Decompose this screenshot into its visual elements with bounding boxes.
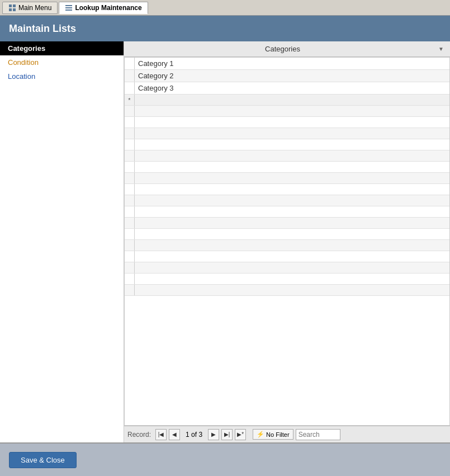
row-cell-2[interactable]: Category 2 xyxy=(135,70,449,82)
tab-bar: Main Menu Lookup Maintenance xyxy=(0,0,450,16)
svg-rect-5 xyxy=(65,7,72,8)
table-row-empty xyxy=(125,262,449,274)
row-indicator-empty xyxy=(125,150,135,161)
sidebar-item-condition[interactable]: Condition xyxy=(0,55,124,69)
table-row-empty xyxy=(125,218,449,229)
new-row-cell[interactable] xyxy=(135,98,449,102)
navigation-bar: Record: |◀ ◀ 1 of 3 ▶ ▶| ▶* ⚡ No Filter xyxy=(124,426,450,442)
of-label: of xyxy=(191,431,198,439)
current-record: 1 xyxy=(186,431,190,439)
nav-last-button[interactable]: ▶| xyxy=(221,429,233,440)
sidebar-item-location[interactable]: Location xyxy=(0,69,124,83)
bottom-bar: Save & Close xyxy=(0,442,450,476)
row-indicator-empty xyxy=(125,251,135,262)
row-indicator-empty xyxy=(125,195,135,206)
row-indicator-empty xyxy=(125,274,135,284)
table-row-empty xyxy=(125,206,449,218)
table-row-empty xyxy=(125,173,449,184)
row-cell-1[interactable]: Category 1 xyxy=(135,58,449,69)
row-indicator-empty xyxy=(125,139,135,150)
app-header: Maintain Lists xyxy=(0,16,450,41)
new-row-indicator: * xyxy=(125,95,135,105)
sidebar-item-categories[interactable]: Categories xyxy=(0,41,124,55)
table-row[interactable]: Category 1 xyxy=(125,58,449,70)
right-panel: Categories ▼ Category 1 Category 2 Categ… xyxy=(124,41,450,442)
row-indicator-empty xyxy=(125,218,135,228)
total-records: 3 xyxy=(198,431,202,439)
row-indicator-empty xyxy=(125,128,135,139)
svg-rect-4 xyxy=(65,5,72,6)
nav-prev-button[interactable]: ◀ xyxy=(169,429,180,440)
table-row-empty xyxy=(125,128,449,139)
filter-icon: ⚡ xyxy=(257,431,264,438)
nav-next-button[interactable]: ▶ xyxy=(208,429,219,440)
list-icon xyxy=(65,4,73,12)
table-row-empty xyxy=(125,106,449,117)
table-row-empty xyxy=(125,229,449,240)
grid-icon xyxy=(8,4,16,12)
save-close-button[interactable]: Save & Close xyxy=(9,452,77,468)
search-input[interactable] xyxy=(296,429,340,440)
svg-rect-6 xyxy=(65,10,72,11)
table-row-empty xyxy=(125,162,449,173)
row-indicator-1 xyxy=(125,58,135,69)
row-indicator-3 xyxy=(125,82,135,94)
svg-rect-0 xyxy=(9,4,12,7)
table-row-empty xyxy=(125,240,449,251)
svg-rect-3 xyxy=(13,8,16,11)
row-indicator-empty xyxy=(125,262,135,273)
column-dropdown-button[interactable]: ▼ xyxy=(437,45,446,54)
table-row-empty xyxy=(125,117,449,128)
tab-main-menu[interactable]: Main Menu xyxy=(2,2,58,14)
table-row[interactable]: Category 2 xyxy=(125,70,449,82)
grid-header: Categories ▼ xyxy=(124,41,450,57)
table-row[interactable]: Category 3 xyxy=(125,82,449,95)
nav-new-button[interactable]: ▶* xyxy=(235,429,246,440)
row-cell-3[interactable]: Category 3 xyxy=(135,82,449,94)
row-indicator-empty xyxy=(125,229,135,239)
sidebar: Categories Condition Location xyxy=(0,41,124,442)
row-indicator-empty xyxy=(125,106,135,116)
tab-lookup-maintenance-label: Lookup Maintenance xyxy=(75,4,141,12)
table-row-empty xyxy=(125,251,449,262)
table-row-empty xyxy=(125,195,449,206)
main-content: Categories Condition Location Categories… xyxy=(0,41,450,442)
table-row-empty xyxy=(125,150,449,162)
table-row-empty xyxy=(125,274,449,285)
filter-area: ⚡ No Filter xyxy=(253,429,340,440)
row-indicator-empty xyxy=(125,285,135,295)
no-filter-label: No Filter xyxy=(266,431,290,438)
grid-column-header: Categories xyxy=(129,45,437,53)
new-row[interactable]: * xyxy=(125,95,449,106)
tab-main-menu-label: Main Menu xyxy=(18,4,51,12)
nav-first-button[interactable]: |◀ xyxy=(155,429,167,440)
row-indicator-empty xyxy=(125,162,135,172)
table-row-empty xyxy=(125,139,449,150)
row-indicator-empty xyxy=(125,173,135,183)
svg-rect-2 xyxy=(9,8,12,11)
row-indicator-empty xyxy=(125,206,135,217)
table-row-empty xyxy=(125,184,449,195)
page-title: Maintain Lists xyxy=(9,23,76,35)
save-close-label: Save & Close xyxy=(21,456,65,464)
table-row-empty xyxy=(125,285,449,296)
row-indicator-empty xyxy=(125,184,135,195)
tab-lookup-maintenance[interactable]: Lookup Maintenance xyxy=(59,2,148,14)
record-info: 1 of 3 xyxy=(182,431,206,439)
row-indicator-empty xyxy=(125,240,135,251)
row-indicator-empty xyxy=(125,117,135,128)
no-filter-button[interactable]: ⚡ No Filter xyxy=(253,429,293,440)
svg-rect-1 xyxy=(13,4,16,7)
record-label: Record: xyxy=(127,431,151,439)
grid-body[interactable]: Category 1 Category 2 Category 3 * xyxy=(124,57,450,426)
row-indicator-2 xyxy=(125,70,135,82)
